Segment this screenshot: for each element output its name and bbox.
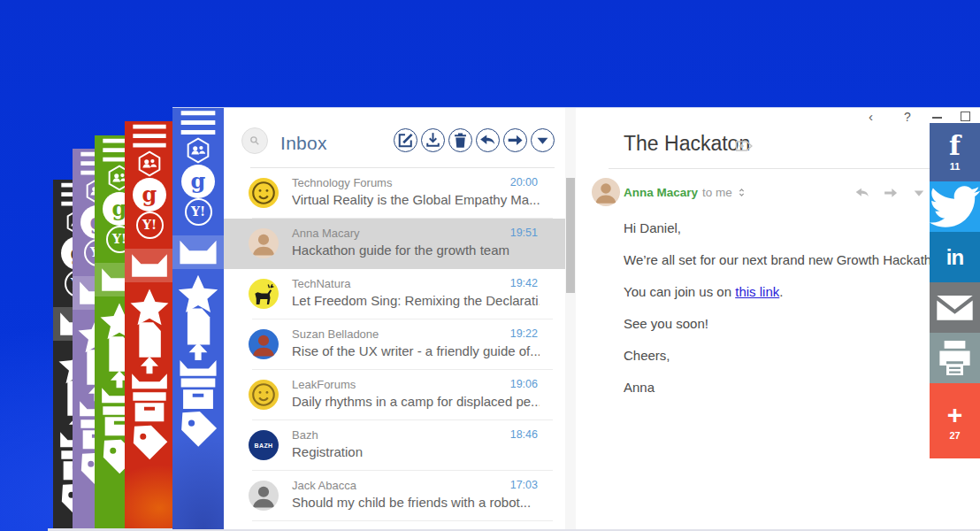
- email-row[interactable]: Jack Abacca Should my child be friends w…: [224, 471, 566, 521]
- email-subject: Should my child be friends with a robot.…: [292, 495, 531, 510]
- share-count: 11: [950, 162, 961, 172]
- sidebar-item-contacts[interactable]: [125, 148, 174, 180]
- face-icon: [249, 380, 279, 410]
- share-count: 27: [949, 431, 960, 441]
- maximize-button[interactable]: [961, 112, 970, 121]
- linkedin-icon: in: [946, 247, 963, 268]
- sidebar-item-tags[interactable]: [125, 427, 174, 459]
- header-divider: [609, 168, 980, 169]
- avatar: [249, 228, 279, 258]
- expand-details-button[interactable]: [735, 186, 748, 199]
- reply-button[interactable]: [476, 128, 500, 152]
- avatar-text: BAZH: [254, 442, 272, 449]
- email-subject: Hackathon guide for the growth team: [292, 242, 509, 258]
- reading-pane: The Hackaton Anna Macaryto me Hi Daniel,…: [578, 108, 980, 529]
- twitter-icon: [930, 181, 980, 232]
- avatar: [249, 481, 279, 511]
- compose-icon: [394, 129, 417, 151]
- email-sender: Bazh: [292, 428, 318, 442]
- sort-arrows-icon: [735, 186, 748, 199]
- to-label: to me: [702, 186, 732, 199]
- tag-add-icon: [733, 135, 756, 157]
- people-hexagon-icon: [134, 149, 165, 179]
- back-button[interactable]: ‹: [869, 111, 873, 123]
- avatar: [249, 329, 279, 359]
- share-linkedin-button[interactable]: in: [930, 232, 980, 282]
- email-subject: Registration: [292, 444, 363, 459]
- email-row[interactable]: TechNatura Let Freedom Sing: Remixing th…: [224, 269, 566, 319]
- avatar: [249, 178, 279, 208]
- help-button[interactable]: ?: [904, 111, 911, 123]
- sidebar-item-contacts[interactable]: [172, 135, 224, 166]
- email-subject: Virtual Reality is the Global Empathy Ma…: [292, 192, 540, 207]
- email-row[interactable]: LeakForums Daily rhythms in a camp for d…: [224, 370, 566, 420]
- share-email-button[interactable]: [930, 282, 980, 333]
- download-icon: [422, 129, 444, 151]
- person-icon: [249, 329, 279, 359]
- share-twitter-button[interactable]: [930, 181, 980, 232]
- body-text: You can join us on: [624, 284, 735, 299]
- email-row[interactable]: Technology Forums Virtual Reality is the…: [224, 168, 566, 219]
- body-text: .: [779, 284, 783, 299]
- email-subject: Let Freedom Sing: Remixing the Declarati…: [292, 293, 540, 308]
- more-button[interactable]: [909, 183, 929, 203]
- yahoo-icon: Y!: [185, 198, 212, 226]
- share-strip: f11in+27: [930, 123, 980, 458]
- more-icon: [909, 183, 929, 203]
- person-icon: [249, 228, 279, 258]
- mail-window: gY! Inbox Technology Forums Virtual Real…: [172, 107, 980, 529]
- search-button[interactable]: [241, 127, 268, 154]
- sidebar-item-google-account[interactable]: g: [172, 165, 224, 197]
- minimize-button[interactable]: [932, 117, 942, 119]
- share-print-button[interactable]: [930, 333, 980, 383]
- more-button[interactable]: [531, 128, 555, 152]
- forward-button[interactable]: [503, 128, 527, 152]
- sidebar-item-tags[interactable]: [172, 414, 224, 446]
- avatar: [249, 380, 279, 410]
- reply-button[interactable]: [853, 183, 872, 203]
- email-sender: Anna Macary: [292, 227, 360, 240]
- list-scrollbar[interactable]: [565, 108, 576, 529]
- body-signature: Anna: [624, 372, 980, 404]
- email-row[interactable]: [224, 521, 566, 529]
- stacked-window-red[interactable]: gY!: [125, 121, 174, 528]
- sidebar-item-inbox[interactable]: [125, 249, 174, 282]
- save-button[interactable]: [421, 128, 445, 152]
- email-time: 19:06: [510, 378, 538, 390]
- email-time: 19:51: [510, 227, 538, 239]
- face-icon: [249, 178, 279, 208]
- email-time: 20:00: [510, 176, 538, 189]
- body-line: See you soon!: [624, 308, 980, 340]
- share-more-share-button[interactable]: +27: [930, 383, 980, 458]
- email-row[interactable]: Anna Macary Hackathon guide for the grow…: [224, 219, 566, 269]
- email-sender: Jack Abacca: [292, 479, 356, 492]
- email-sender: LeakForums: [292, 378, 356, 391]
- scrollbar-thumb[interactable]: [566, 178, 575, 293]
- share-facebook-button[interactable]: f11: [930, 123, 980, 181]
- forward-button[interactable]: [881, 183, 900, 203]
- email-sender: Technology Forums: [292, 176, 392, 189]
- sidebar-item-google-account[interactable]: g: [125, 179, 174, 211]
- email-time: 19:42: [510, 277, 538, 289]
- compose-button[interactable]: [394, 128, 417, 152]
- deer-icon: [249, 279, 279, 309]
- email-time: 19:22: [510, 327, 538, 340]
- join-link[interactable]: this link: [735, 284, 779, 299]
- email-row[interactable]: BAZH Bazh Registration 18:46: [224, 420, 566, 471]
- email-subject: Rise of the UX writer - a friendly guide…: [292, 343, 540, 358]
- reply-icon: [853, 183, 872, 203]
- email-time: 17:03: [510, 479, 538, 491]
- tag-icon: [125, 419, 174, 468]
- message-body: Hi Daniel, We’re all set for our next br…: [624, 212, 980, 404]
- avatar: BAZH: [249, 430, 279, 460]
- email-subject: Daily rhythms in a camp for displaced pe…: [292, 394, 540, 409]
- body-line: Cheers,: [624, 340, 980, 372]
- email-row[interactable]: Suzan Belladone Rise of the UX writer - …: [224, 319, 566, 370]
- sidebar-item-yahoo-account[interactable]: Y!: [125, 209, 174, 241]
- email-time: 18:46: [510, 428, 538, 441]
- add-label-button[interactable]: [733, 135, 756, 157]
- delete-button[interactable]: [448, 128, 472, 152]
- list-header: Inbox: [224, 108, 578, 168]
- sidebar-item-yahoo-account[interactable]: Y!: [172, 196, 224, 227]
- sidebar-item-inbox[interactable]: [172, 235, 224, 269]
